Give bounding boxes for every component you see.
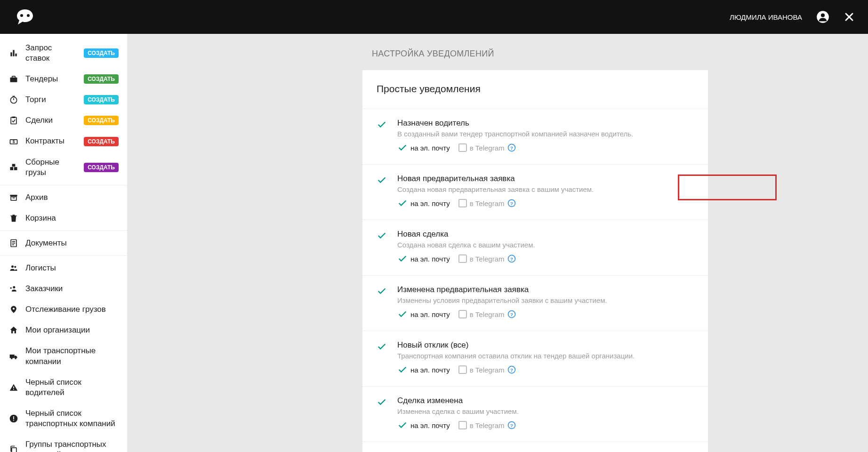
sidebar-item-my-transport[interactable]: Мои транспортные компании [0,341,127,372]
svg-text:$: $ [13,139,15,144]
create-badge[interactable]: СОЗДАТЬ [84,95,119,104]
telegram-label: в Telegram [470,199,505,207]
sidebar-item-trash[interactable]: Корзина [0,208,127,229]
bar-chart-icon [8,48,19,58]
checkbox-icon[interactable] [458,254,467,263]
help-icon[interactable]: ? [507,421,516,429]
help-icon[interactable]: ? [507,310,516,318]
archive-icon [8,192,19,203]
sidebar-item-archive[interactable]: Архив [0,187,127,208]
sidebar-item-blacklist-transport[interactable]: Черный список транспортных компаний [0,403,127,434]
sidebar-item-tracking[interactable]: Отслеживание грузов [0,299,127,320]
checkbox-icon[interactable] [458,199,467,207]
checkbox-icon[interactable] [458,365,467,374]
create-badge[interactable]: СОЗДАТЬ [84,116,119,125]
check-icon [397,143,408,153]
header-right: ЛЮДМИЛА ИВАНОВА [730,10,855,24]
user-avatar-icon[interactable] [816,10,829,24]
sidebar-item-rates[interactable]: Запрос ставок СОЗДАТЬ [0,38,127,69]
sidebar-item-my-orgs[interactable]: Мои организации [0,320,127,341]
sidebar-item-deals[interactable]: Сделки СОЗДАТЬ [0,110,127,131]
email-channel[interactable]: на эл. почту [397,198,450,208]
notification-toggle[interactable] [377,175,387,185]
document-icon [8,238,19,248]
sidebar-item-auctions[interactable]: Торги СОЗДАТЬ [0,89,127,110]
notification-toggle[interactable] [377,397,387,407]
notification-title: Новая сделка [397,230,694,239]
notification-toggle[interactable] [377,341,387,352]
logo[interactable] [13,7,37,28]
sidebar-label: Логисты [25,263,119,273]
telegram-channel[interactable]: в Telegram ? [458,254,516,263]
notification-item: Назначен водитель В созданный вами тенде… [362,109,708,164]
help-icon[interactable]: ? [507,254,516,263]
help-icon[interactable]: ? [507,199,516,207]
sidebar-item-documents[interactable]: Документы [0,233,127,254]
svg-rect-2 [10,52,12,56]
email-channel[interactable]: на эл. почту [397,420,450,430]
sidebar-item-contracts[interactable]: $ Контракты СОЗДАТЬ [0,131,127,151]
email-channel[interactable]: на эл. почту [397,143,450,153]
email-channel[interactable]: на эл. почту [397,309,450,319]
sidebar-item-customers[interactable]: Заказчики [0,278,127,299]
help-icon[interactable]: ? [507,143,516,152]
notification-toggle[interactable] [377,230,387,241]
svg-rect-30 [13,420,14,421]
check-icon [397,365,408,375]
svg-rect-31 [12,448,16,452]
telegram-channel[interactable]: в Telegram ? [458,310,516,318]
truck-icon [8,351,19,362]
check-icon [397,198,408,208]
create-badge[interactable]: СОЗДАТЬ [84,74,119,84]
timer-icon [8,95,19,105]
svg-rect-23 [10,354,15,358]
svg-rect-13 [14,167,17,170]
sidebar-label: Документы [25,238,119,248]
close-icon[interactable] [844,11,855,23]
email-channel[interactable]: на эл. почту [397,365,450,375]
divider [0,255,127,256]
telegram-label: в Telegram [470,421,505,429]
telegram-channel[interactable]: в Telegram ? [458,365,516,374]
email-channel[interactable]: на эл. почту [397,254,450,264]
telegram-channel[interactable]: в Telegram ? [458,143,516,152]
help-icon[interactable]: ? [507,365,516,374]
create-badge[interactable]: СОЗДАТЬ [84,137,119,146]
svg-point-1 [821,13,825,17]
sidebar-item-transport-groups[interactable]: Группы транспортных компаний [0,434,127,452]
sidebar-item-logisticians[interactable]: Логисты [0,258,127,278]
svg-point-19 [11,265,14,268]
notification-toggle[interactable] [377,119,387,130]
warning-icon [8,382,19,393]
notification-title: Новая предварительная заявка [397,174,694,183]
create-badge[interactable]: СОЗДАТЬ [84,48,119,58]
sidebar-label: Торги [25,95,77,105]
page-title: НАСТРОЙКА УВЕДОМЛЕНИЙ [127,34,868,70]
telegram-channel[interactable]: в Telegram ? [458,421,516,429]
notification-item: Сделка изменена Изменена сделка с вашим … [362,386,708,442]
content-area: НАСТРОЙКА УВЕДОМЛЕНИЙ Простые уведомлени… [127,34,868,452]
checkbox-icon[interactable] [458,143,467,152]
checkbox-icon[interactable] [458,310,467,318]
sidebar-item-tenders[interactable]: Тендеры СОЗДАТЬ [0,69,127,89]
sidebar-item-consolidated[interactable]: Сборные грузы СОЗДАТЬ [0,152,127,183]
notification-toggle[interactable] [377,286,387,296]
create-badge[interactable]: СОЗДАТЬ [84,163,119,172]
sidebar-label: Тендеры [25,74,77,84]
sidebar-label: Сборные грузы [25,157,77,178]
people-icon [8,263,19,273]
sidebar-label: Мои организации [25,325,119,335]
checkbox-icon[interactable] [458,421,467,429]
svg-text:?: ? [510,256,513,262]
divider [0,230,127,231]
sidebar-label: Отслеживание грузов [25,304,119,315]
sidebar-item-blacklist-drivers[interactable]: Черный список водителей [0,372,127,403]
notification-description: В созданный вами тендер транспортной ком… [397,130,694,138]
boxes-icon [8,162,19,173]
email-label: на эл. почту [410,310,450,318]
telegram-label: в Telegram [470,144,505,152]
telegram-channel[interactable]: в Telegram ? [458,199,516,207]
check-icon [397,309,408,319]
sidebar-label: Черный список транспортных компаний [25,408,119,429]
svg-rect-4 [15,54,16,56]
